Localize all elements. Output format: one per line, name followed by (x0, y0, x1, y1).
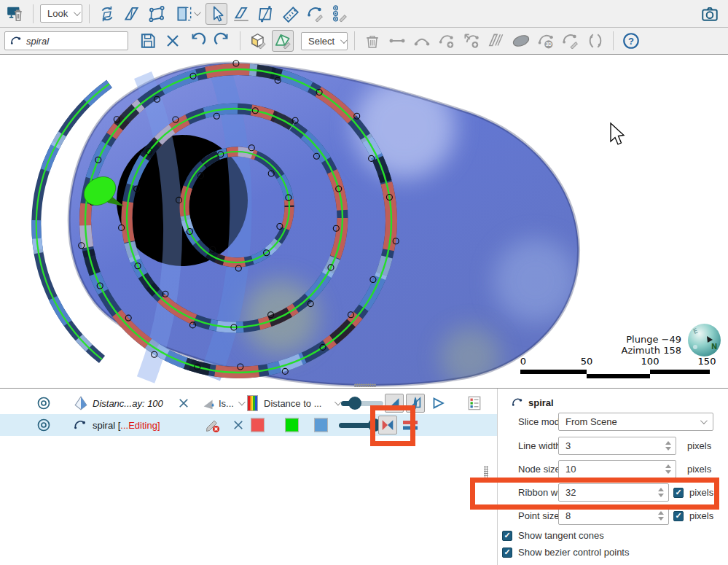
curve-name-icon (9, 34, 23, 47)
slice-mode-value: From Scene (559, 416, 700, 427)
ribbon-width-spinner[interactable]: 32 (558, 483, 669, 502)
curve-brackets-button[interactable] (584, 30, 606, 52)
slice-polygon-icon (257, 4, 275, 23)
trash-icon (364, 32, 381, 50)
look-dropdown[interactable]: Look (40, 4, 82, 23)
draw-line-button[interactable] (230, 3, 252, 25)
edit-cube-icon (248, 31, 267, 50)
colormap-dropdown[interactable]: Distance to ... (264, 398, 340, 409)
shader-dropdown[interactable]: Is... (219, 398, 243, 409)
curve-3d-button[interactable]: 3D (535, 30, 557, 52)
slice-mode-dropdown[interactable]: From Scene (558, 413, 713, 431)
shader-dropdown-label: Is... (219, 398, 234, 409)
toolbar-separator (240, 31, 240, 50)
scale-tick: 150 (698, 356, 716, 367)
help-button[interactable]: ? (620, 30, 642, 52)
point-size-spinner[interactable]: 8 (558, 507, 669, 525)
slice-plane-button[interactable] (485, 30, 507, 52)
ribbon-width-value: 32 (559, 487, 655, 498)
show-legend-button[interactable] (465, 394, 484, 413)
editing-badge: ...Editing] (120, 420, 160, 431)
screenshot-button[interactable] (699, 3, 721, 25)
segment-tool-button[interactable] (386, 30, 408, 52)
checkbox-checked-icon (673, 488, 684, 498)
draw-line-icon (232, 4, 251, 23)
draw-slicer-button[interactable] (121, 3, 143, 25)
shape-row-spiral[interactable]: spiral [...Editing] (0, 414, 497, 436)
stop-editing-button[interactable] (204, 416, 222, 434)
point-size-pixels-checkbox[interactable]: pixels (673, 510, 713, 521)
edit-mesh-button[interactable] (272, 30, 294, 52)
flat-shading-button[interactable] (385, 394, 404, 413)
outline-view-button[interactable] (428, 394, 447, 413)
slice-view-button[interactable] (406, 394, 425, 413)
save-button[interactable] (137, 30, 159, 52)
toolbar-separator (89, 4, 90, 23)
help-icon: ? (622, 31, 641, 50)
select-mode-label: Select (308, 36, 334, 47)
edit-mesh-icon (273, 31, 292, 50)
opacity-slider[interactable] (339, 418, 383, 432)
delete-node-button[interactable] (361, 30, 383, 52)
edit-curve-icon (306, 4, 325, 23)
rotate-view-button[interactable] (96, 3, 118, 25)
add-tangent-button[interactable] (461, 30, 482, 52)
scale-tick: 100 (641, 356, 659, 367)
draw-disc-button[interactable] (510, 30, 532, 52)
add-node-button[interactable] (436, 30, 458, 52)
line-color-swatch[interactable] (285, 418, 299, 432)
show-tangent-cones-checkbox[interactable]: Show tangent cones (502, 530, 604, 541)
ribbon-mode-button[interactable] (378, 416, 397, 435)
node-color-swatch[interactable] (251, 418, 265, 432)
remove-shape-button[interactable] (177, 397, 190, 410)
measure-ruler-button[interactable] (280, 3, 302, 25)
panel-splitter-handle[interactable] (484, 466, 488, 482)
ribbon-color-swatch[interactable] (314, 418, 328, 432)
opacity-slider[interactable] (341, 397, 383, 410)
select-cursor-button[interactable] (206, 3, 227, 25)
visibility-eye-icon[interactable] (35, 416, 52, 434)
edit-cube-button[interactable] (247, 30, 269, 52)
rotate-view-icon (98, 4, 117, 23)
orientation-ball[interactable]: N E (687, 323, 721, 357)
colormap-swatch[interactable] (247, 395, 258, 411)
slice-plane-icon (487, 31, 506, 50)
node-size-spinner[interactable]: 10 (558, 460, 676, 478)
edit-curve-button[interactable] (305, 3, 326, 25)
edit-points-icon (331, 4, 350, 23)
curve-icon (511, 396, 524, 409)
save-icon (138, 31, 157, 50)
box-select-button[interactable] (171, 3, 203, 25)
object-name-input[interactable] (26, 36, 114, 47)
show-bezier-points-checkbox[interactable]: Show bezier control points (502, 547, 629, 558)
edit-points-button[interactable] (329, 3, 351, 25)
slice-polygon-button[interactable] (255, 3, 277, 25)
properties-title: spiral (528, 397, 554, 408)
clear-scene-button[interactable] (4, 3, 26, 25)
chevron-down-icon (340, 36, 348, 44)
show-bezier-points-label: Show bezier control points (518, 547, 629, 558)
ribbon-bars-button[interactable] (401, 416, 420, 435)
edit-polygon-icon (147, 4, 166, 23)
shape-name: spiral [...Editing] (93, 420, 160, 431)
shape-row-distance-function[interactable]: Distanc...ay: 100 Is... Distance to ... (0, 392, 497, 414)
ribbon-width-pixels-checkbox[interactable]: pixels (673, 487, 713, 498)
select-mode-dropdown[interactable]: Select (301, 32, 348, 50)
line-width-unit: pixels (687, 440, 711, 451)
redo-button[interactable] (211, 30, 233, 52)
toolbar-separator (33, 4, 34, 23)
curve-pencil-button[interactable] (560, 30, 582, 52)
camera-icon (700, 4, 719, 23)
mouse-cursor (611, 123, 624, 144)
discard-button[interactable] (162, 30, 184, 52)
visibility-eye-icon[interactable] (35, 394, 52, 412)
undo-button[interactable] (187, 30, 208, 52)
panel-splitter-handle[interactable] (354, 383, 376, 387)
edit-polygon-button[interactable] (146, 3, 168, 25)
node-size-row: Node size: 10 pixels (498, 460, 728, 479)
arc-tool-button[interactable] (411, 30, 433, 52)
remove-shape-button[interactable] (232, 418, 245, 432)
line-width-spinner[interactable]: 3 (558, 437, 676, 455)
scene-viewport[interactable]: 0 50 100 150 Plunge −49 Azimuth 158 N E (0, 55, 728, 388)
redo-icon (213, 31, 232, 50)
